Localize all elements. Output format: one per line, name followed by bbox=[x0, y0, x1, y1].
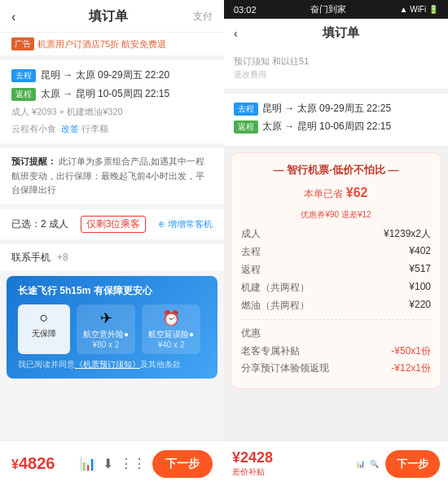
right-route-block: 去程 昆明 → 太原 09-29周五 22:25 返程 太原 → 昆明 10-0… bbox=[224, 94, 448, 146]
left-header: ‹ 填订单 支付 bbox=[0, 0, 224, 33]
status-app: 奋门到家 bbox=[310, 3, 346, 15]
savings-title: 智行机票·低价不怕比 bbox=[241, 163, 431, 177]
outbound-route: 昆明 → 太原 09-29周五 22:20 bbox=[41, 68, 169, 82]
right-return-route: 太原 → 昆明 10-06周四 22:15 bbox=[262, 120, 391, 134]
discount-2-label: 分享预订体验领返现 bbox=[241, 361, 329, 375]
next-button[interactable]: 下一步 bbox=[152, 450, 213, 478]
right-search-icon: 🔍 bbox=[370, 460, 379, 468]
insurance-delay[interactable]: ⏰ 航空延误险● ¥40 x 2 bbox=[142, 304, 200, 354]
fuel-row: 燃油（共两程） ¥220 bbox=[241, 299, 431, 313]
right-notice: 预订须知 和以往51 退改费用 bbox=[224, 47, 448, 89]
right-total-price: ¥2428 bbox=[232, 449, 273, 466]
return-route: 太原 → 昆明 10-05周四 22:15 bbox=[41, 87, 169, 101]
right-currency: ¥ bbox=[232, 449, 240, 466]
delay-icon: ⏰ bbox=[148, 309, 194, 327]
right-detail-button[interactable]: 📊 bbox=[356, 460, 365, 468]
passenger-block: 已选：2 成人 仅剩3位乘客 ⊕ 增增常客机 bbox=[0, 209, 224, 239]
right-route-outbound: 去程 昆明 → 太原 09-29周五 22:25 bbox=[234, 102, 438, 116]
insurance-accident[interactable]: ✈ 航空意外险● ¥80 x 2 bbox=[77, 304, 135, 354]
adult-label: 成人 bbox=[241, 227, 261, 241]
add-passenger-button[interactable]: ⊕ 增增常客机 bbox=[158, 218, 213, 230]
right-chart-icon: 📊 bbox=[356, 460, 365, 468]
savings-divider bbox=[241, 319, 431, 320]
promo-bar[interactable]: 广告 机票用户订酒店75折 航安免费退 bbox=[0, 33, 224, 55]
page-title: 填订单 bbox=[24, 8, 193, 25]
contact-label: 联系手机 bbox=[11, 251, 51, 265]
accident-icon: ✈ bbox=[83, 309, 129, 327]
fuel-value: ¥220 bbox=[409, 299, 431, 313]
savings-amount: ¥62 bbox=[346, 186, 368, 199]
return-price-row: 返程 ¥517 bbox=[241, 263, 431, 277]
grid-icon: ⋮⋮ bbox=[120, 456, 146, 471]
insurance-delay-label: 航空延误险● bbox=[148, 329, 194, 340]
change-link[interactable]: 改签 bbox=[61, 124, 79, 134]
left-total-amount: ¥4826 bbox=[11, 454, 55, 472]
right-header: ‹ 填订单 bbox=[224, 19, 448, 47]
contact-block: 联系手机 +8 bbox=[0, 244, 224, 271]
right-search-button[interactable]: 🔍 bbox=[370, 460, 379, 468]
right-footer-icons: 📊 🔍 bbox=[356, 460, 379, 468]
outbound-price-value: ¥402 bbox=[409, 245, 431, 259]
right-sub-label: 差价补贴 bbox=[232, 466, 273, 478]
outbound-price-row: 去程 ¥402 bbox=[241, 245, 431, 259]
right-total-amount: 2428 bbox=[240, 449, 273, 466]
status-time: 03:02 bbox=[234, 5, 257, 15]
detail-button[interactable]: 📊 bbox=[80, 456, 96, 471]
right-footer: ¥2428 差价补贴 📊 🔍 下一步 bbox=[224, 440, 448, 486]
airport-tax-label: 机建（共两程） bbox=[241, 281, 310, 295]
download-button[interactable]: ⬇ bbox=[103, 456, 113, 471]
adult-row: 成人 ¥1239x2人 bbox=[241, 227, 431, 241]
right-next-button[interactable]: 下一步 bbox=[385, 450, 440, 478]
discount-label: 优惠 bbox=[241, 326, 261, 340]
currency-symbol: ¥ bbox=[11, 458, 19, 471]
price-line: 成人 ¥2093 + 机建燃油¥320 bbox=[11, 106, 213, 118]
insurance-promo: 长途飞行 5h15m 有保障更安心 bbox=[18, 284, 206, 298]
status-icons: ▲ WiFi 🔋 bbox=[400, 5, 438, 14]
insurance-none[interactable]: ○ 无保障 bbox=[18, 304, 70, 354]
savings-sub: 优惠券¥90 退差¥12 bbox=[241, 209, 431, 221]
passenger-label: 已选：2 成人 bbox=[11, 217, 68, 231]
grid-button[interactable]: ⋮⋮ bbox=[120, 456, 146, 471]
discount-row-1: 老客专属补贴 -¥50x1份 bbox=[241, 344, 431, 358]
outbound-badge: 去程 bbox=[11, 69, 36, 82]
insurance-terms-link[interactable]: 《机票预订须知》 bbox=[75, 360, 140, 369]
right-return-badge: 返程 bbox=[234, 120, 258, 134]
discount-header: 优惠 bbox=[241, 326, 431, 340]
right-page-title: 填订单 bbox=[244, 25, 438, 41]
insurance-accident-price: ¥80 x 2 bbox=[83, 340, 129, 349]
discount-1-label: 老客专属补贴 bbox=[241, 344, 300, 358]
right-main: 预订须知 和以往51 退改费用 去程 昆明 → 太原 09-29周五 22:25… bbox=[224, 47, 448, 486]
left-total-value: 4826 bbox=[19, 454, 55, 472]
right-back-button[interactable]: ‹ bbox=[234, 27, 238, 40]
discount-2-value: -¥12x1份 bbox=[391, 361, 431, 375]
right-route-return: 返程 太原 → 昆明 10-06周四 22:15 bbox=[234, 120, 438, 134]
route-return: 返程 太原 → 昆明 10-05周四 22:15 bbox=[11, 87, 213, 101]
return-price-value: ¥517 bbox=[409, 263, 431, 277]
fuel-label: 燃油（共两程） bbox=[241, 299, 310, 313]
outbound-price-label: 去程 bbox=[241, 245, 261, 259]
return-price-label: 返程 bbox=[241, 263, 261, 277]
insurance-options: ○ 无保障 ✈ 航空意外险● ¥80 x 2 ⏰ 航空延误险● ¥40 x 2 bbox=[18, 304, 206, 354]
right-total-block: ¥2428 差价补贴 bbox=[232, 449, 273, 478]
download-icon: ⬇ bbox=[103, 456, 113, 471]
notice-block: 预订提醒： 此订单为多票组合产品,如遇其中一程航班变动，出行保障：最晚起飞前4小… bbox=[0, 148, 224, 204]
insurance-block: 长途飞行 5h15m 有保障更安心 ○ 无保障 ✈ 航空意外险● ¥80 x 2… bbox=[7, 276, 217, 379]
insurance-agree: 我已阅读并同意《机票预订须知》及其他条款 bbox=[18, 359, 206, 370]
route-outbound: 去程 昆明 → 太原 09-29周五 22:20 bbox=[11, 68, 213, 82]
left-content: 去程 昆明 → 太原 09-29周五 22:20 返程 太原 → 昆明 10-0… bbox=[0, 55, 224, 486]
notice-sub: 退改费用 bbox=[234, 69, 438, 81]
contact-input[interactable]: +8 bbox=[57, 252, 68, 263]
passenger-count[interactable]: 仅剩3位乘客 bbox=[81, 216, 147, 233]
promo-text: 机票用户订酒店75折 航安免费退 bbox=[37, 38, 166, 50]
savings-saved: 本单已省 ¥62 bbox=[241, 186, 431, 201]
back-button[interactable]: ‹ bbox=[11, 10, 15, 24]
route-block: 去程 昆明 → 太原 09-29周五 22:20 返程 太原 → 昆明 10-0… bbox=[0, 60, 224, 143]
discount-row-2: 分享预订体验领返现 -¥12x1份 bbox=[241, 361, 431, 375]
insurance-accident-label: 航空意外险● bbox=[83, 329, 129, 340]
airport-tax-row: 机建（共两程） ¥100 bbox=[241, 281, 431, 295]
yun-line: 云程有小食 改签 行李额 bbox=[11, 123, 213, 135]
chart-icon: 📊 bbox=[80, 456, 96, 471]
return-badge: 返程 bbox=[11, 88, 36, 101]
no-insurance-icon: ○ bbox=[24, 309, 64, 326]
promo-tag: 广告 bbox=[11, 37, 34, 50]
